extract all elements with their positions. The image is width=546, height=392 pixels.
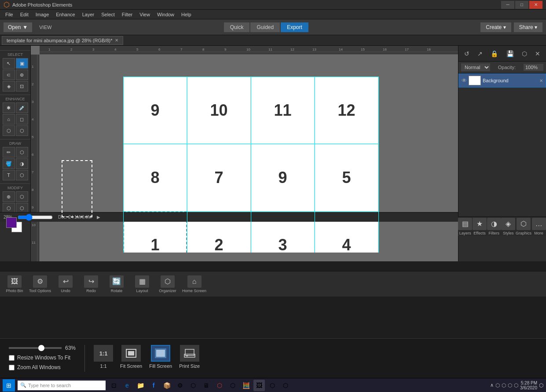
right-tool-graphics[interactable]: ⬡ Graphics [516,218,531,235]
taskbar-icon-app7[interactable]: ⬡ [267,380,278,391]
taskbar-icon-app5[interactable]: ⬡ [227,380,238,391]
ruler-top: 1 2 3 4 5 6 7 8 9 10 11 12 13 14 15 16 1… [40,46,458,55]
taskbar-icon-task[interactable]: ⊡ [108,380,120,391]
right-tool-filters[interactable]: ◑ Filters [487,218,501,235]
tool-hand[interactable]: ⬡ [16,191,28,202]
taskbar-icon-calc[interactable]: 🧮 [240,380,252,391]
menu-filter[interactable]: Filter [122,12,132,17]
menu-layer[interactable]: Layer [82,12,95,17]
layer-background[interactable]: 👁 Background ✕ [458,73,546,88]
tool-magic-wand[interactable]: ⊛ [16,70,28,80]
panel-icon-close[interactable]: ✕ [535,50,540,57]
tool-text-v[interactable]: ⬡ [16,170,28,180]
taskbar-search[interactable]: 🔍 Type here to search [18,381,106,390]
zoom-preset-print-size[interactable]: Print Size [179,345,200,369]
right-tool-more[interactable]: … More [532,218,546,235]
taskbar-icon-screen[interactable]: 🖥 [201,380,212,391]
tool-rotate[interactable]: 🔄 Rotate [106,275,128,293]
panel-icon-settings[interactable]: ⬡ [522,50,527,57]
open-button[interactable]: Open ▼ [4,22,32,32]
panel-icon-undo[interactable]: ↺ [464,50,469,57]
tool-gradient[interactable]: ◑ [16,158,28,169]
menu-select[interactable]: Select [101,12,115,17]
tool-move[interactable]: ↖ [3,58,15,69]
taskbar-icon-explorer[interactable]: 📁 [135,380,146,391]
menu-enhance[interactable]: Enhance [56,12,75,17]
start-button[interactable]: ⊞ [3,379,15,392]
right-tool-styles[interactable]: ◈ Styles [501,218,515,235]
tool-paint-bucket[interactable]: 🪣 [3,158,15,169]
taskbar-icon-edge[interactable]: e [121,380,133,391]
taskbar-icon-app3[interactable]: ⬡ [187,380,199,391]
menu-view[interactable]: View [139,12,150,17]
tool-home-screen[interactable]: ⌂ Home Screen [182,275,206,293]
zoom-preset-fill-screen[interactable]: Fill Screen [149,345,172,369]
tool-layout[interactable]: ▦ Layout [131,275,153,293]
zoom-slider[interactable] [9,347,62,349]
taskbar-icon-app2[interactable]: ⚙ [174,380,186,391]
tool-undo[interactable]: ↩ Undo [55,275,77,293]
tool-zoom[interactable]: ⊕ [3,191,15,202]
zoom-all-windows-checkbox[interactable] [9,365,15,370]
minimize-button[interactable]: ─ [501,1,514,9]
layer-close-icon[interactable]: ✕ [539,78,543,83]
status-slider[interactable] [18,214,53,221]
tool-spot-heal[interactable]: ✱ [3,103,15,113]
tool-crop[interactable]: ⊡ [16,81,28,92]
right-tool-layers[interactable]: ▤ Layers [458,218,472,235]
tool-brush[interactable]: ✏ [3,147,15,158]
panel-icon-lock[interactable]: 🔒 [491,50,498,57]
tool-heal[interactable]: 💉 [16,103,28,113]
tab-export[interactable]: Export [281,22,308,32]
right-tool-effects[interactable]: ★ Effects [473,218,487,235]
resize-windows-checkbox[interactable] [9,355,15,361]
zoom-preset-1-1[interactable]: 1:1 1:1 [94,345,113,369]
share-button[interactable]: Share ▾ [514,22,542,32]
systray-notification[interactable]: ⬡ [539,382,543,388]
tool-tool-options[interactable]: ⚙ Tool Options [29,275,51,293]
taskbar-icon-mcafee[interactable]: ⬡ [214,380,225,391]
canvas-content[interactable]: 9 10 11 12 8 7 9 5 1 2 3 4 [40,55,458,253]
tool-organizer[interactable]: ⬡ Organizer [157,275,179,293]
document[interactable]: 9 10 11 12 8 7 9 5 1 2 3 4 [123,77,378,253]
maximize-button[interactable]: □ [515,1,528,9]
taskbar-icon-app8[interactable]: ⬡ [280,380,291,391]
file-tab[interactable]: template for mini abumpaca.jpg @ 28% (RG… [2,36,123,45]
tool-detail[interactable]: ⬡ [16,125,28,136]
layer-visibility-icon[interactable]: 👁 [462,77,467,84]
menu-edit[interactable]: Edit [20,12,29,17]
menu-file[interactable]: File [5,12,13,17]
systray-time-date[interactable]: 5:28 PM 3/6/2020 [520,381,537,390]
file-tab-close[interactable]: ✕ [115,38,118,43]
status-arrow[interactable]: ▶ [97,215,100,220]
foreground-color[interactable] [6,217,17,228]
tool-clone[interactable]: ⌂ [3,114,15,125]
tool-pencil[interactable]: ⬡ [16,147,28,158]
zoom-preset-print-label: Print Size [179,363,200,369]
tab-guided[interactable]: Guided [250,22,280,32]
taskbar-icon-app1[interactable]: 📦 [161,380,172,391]
tool-photo-bin[interactable]: 🖼 Photo Bin [4,275,26,293]
opacity-input[interactable] [524,64,543,71]
close-button[interactable]: ✕ [529,1,542,9]
tool-select-rect[interactable]: ▣ [16,58,28,69]
tool-lasso[interactable]: ⊂ [3,70,15,80]
menu-image[interactable]: Image [36,12,49,17]
tool-redo[interactable]: ↪ Redo [80,275,102,293]
tool-eyedropper[interactable]: ◈ [3,81,15,92]
tab-quick[interactable]: Quick [224,22,250,32]
blend-mode-select[interactable]: Normal Multiply Screen [461,63,490,71]
zoom-preset-fit-screen[interactable]: Fit Screen [120,345,142,369]
create-button[interactable]: Create ▾ [480,22,511,32]
systray-up-arrow[interactable]: ∧ [490,382,494,388]
panel-icon-redo[interactable]: ↗ [477,50,483,57]
panel-icon-save[interactable]: 💾 [506,50,514,57]
taskbar-icon-facebook[interactable]: f [148,380,159,391]
menu-window[interactable]: Window [157,12,174,17]
menu-help[interactable]: Help [181,12,191,17]
taskbar-icon-photo[interactable]: 🖼 [253,380,265,391]
canvas-area[interactable]: 1 2 3 4 5 6 7 8 9 10 11 12 13 14 15 16 1… [31,46,458,261]
tool-smart-brush[interactable]: ⬡ [3,125,15,136]
tool-erase[interactable]: ◻ [16,114,28,125]
tool-text[interactable]: T [3,170,15,180]
